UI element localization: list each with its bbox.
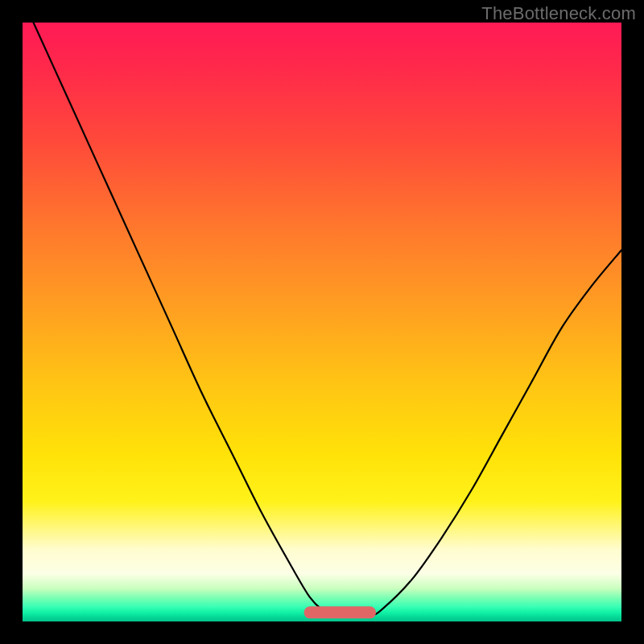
chart-svg bbox=[23, 23, 621, 621]
bottleneck-curve bbox=[23, 23, 621, 616]
chart-frame: TheBottleneck.com bbox=[0, 0, 644, 644]
plot-area bbox=[23, 23, 621, 621]
watermark-text: TheBottleneck.com bbox=[481, 3, 636, 24]
